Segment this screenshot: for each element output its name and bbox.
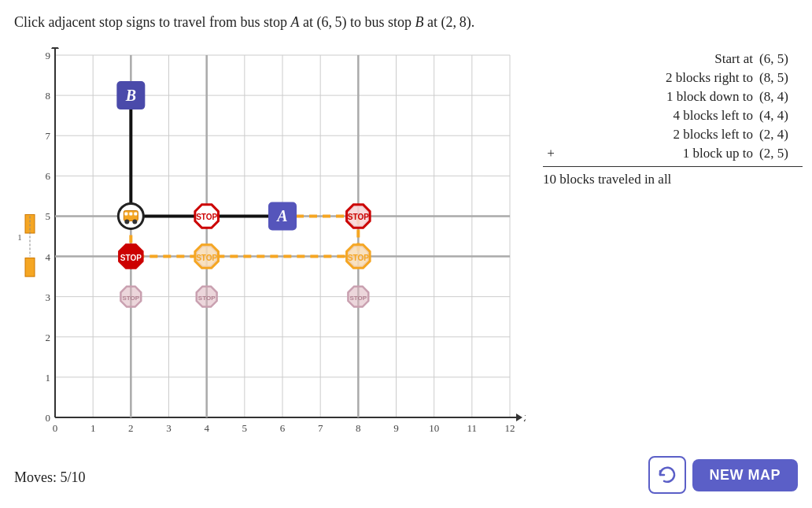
refresh-button[interactable] [648,456,686,494]
svg-text:B: B [125,87,136,104]
svg-text:STOP: STOP [350,295,367,302]
svg-point-40 [132,219,137,224]
button-area: NEW MAP [648,456,799,494]
svg-text:1: 1 [17,232,22,242]
new-map-button[interactable]: NEW MAP [692,459,799,491]
graph-area: STOPSTOPSTOPSTOPSTOPSTOPSTOPSTOPSTOPSTOP… [14,47,526,449]
svg-point-39 [124,219,129,224]
instruction-text: Click adjacent stop signs to travel from… [14,14,474,31]
step-2: 1 block down to (8, 4) [543,89,803,105]
svg-rect-37 [129,212,132,215]
svg-rect-35 [124,210,138,221]
svg-text:STOP: STOP [123,295,140,302]
refresh-icon [657,465,677,485]
svg-rect-38 [134,212,137,215]
svg-text:A: A [275,207,287,224]
graph-svg: STOPSTOPSTOPSTOPSTOPSTOPSTOPSTOPSTOPSTOP… [14,47,526,449]
total-blocks: 10 blocks traveled in all [543,172,803,187]
svg-text:STOP: STOP [348,254,369,262]
step-1: 2 blocks right to (8, 5) [543,70,803,86]
info-panel: Start at (6, 5) 2 blocks right to (8, 5)… [543,51,803,187]
step-4: 2 blocks left to (2, 4) [543,127,803,143]
info-divider [543,166,803,167]
svg-text:STOP: STOP [196,254,217,262]
step-3: 4 blocks left to (4, 4) [543,108,803,124]
svg-rect-46 [25,258,35,277]
step-5: + 1 block up to (2, 5) [543,146,803,161]
svg-text:STOP: STOP [196,213,217,221]
svg-text:STOP: STOP [348,213,369,221]
svg-text:STOP: STOP [120,254,142,262]
svg-text:STOP: STOP [198,295,216,302]
svg-rect-36 [124,212,127,215]
step-start: Start at (6, 5) [543,51,803,67]
moves-label: Moves: 5/10 [14,469,86,486]
